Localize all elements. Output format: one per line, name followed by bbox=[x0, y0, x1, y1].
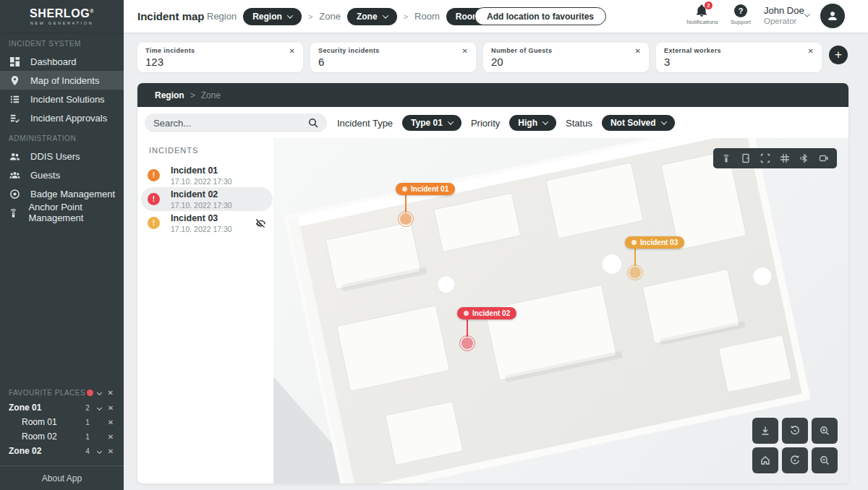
sidebar-item-badge-management[interactable]: Badge Management bbox=[0, 184, 124, 203]
marker-dot bbox=[400, 213, 412, 225]
zoom-in-button[interactable] bbox=[812, 418, 838, 444]
about-app-button[interactable]: About App bbox=[0, 465, 124, 490]
sidebar-item-guests[interactable]: Guests bbox=[0, 166, 124, 184]
selection-frame-tool-icon[interactable] bbox=[760, 153, 770, 163]
incident-type-value: Type 01 bbox=[411, 118, 443, 128]
stat-card-label: Time incidents bbox=[145, 47, 295, 54]
registered-mark: ® bbox=[90, 8, 94, 13]
incident-list-item-03[interactable]: ! Incident 03 17.10. 2022 17:30 bbox=[141, 211, 273, 235]
brand-name: SHERLOG® bbox=[30, 8, 94, 20]
remove-favourite-icon[interactable]: ✕ bbox=[105, 404, 116, 412]
zoom-out-button[interactable] bbox=[812, 447, 838, 473]
antenna-icon bbox=[8, 207, 19, 218]
favourite-place-zone-02[interactable]: Zone 02 4 ✕ bbox=[0, 444, 124, 458]
sidebar-item-label: Incident Approvals bbox=[30, 113, 107, 124]
location-pickers: Region Region > Zone Zone > Room Room bbox=[207, 0, 500, 33]
favourite-place-zone-01[interactable]: Zone 01 2 ✕ bbox=[0, 400, 124, 415]
incident-priority-icon: ! bbox=[148, 193, 160, 205]
chevron-down-icon[interactable] bbox=[93, 450, 105, 453]
list-icon bbox=[8, 94, 21, 105]
chevron-down-icon bbox=[542, 119, 548, 124]
search-input[interactable] bbox=[153, 118, 308, 129]
notifications-button[interactable]: 2 Notifications bbox=[681, 4, 723, 25]
breadcrumb-region[interactable]: Region bbox=[155, 90, 184, 100]
favourite-place-label: Zone 02 bbox=[9, 446, 41, 456]
priority-label: Priority bbox=[471, 118, 500, 129]
camera-tool-icon[interactable] bbox=[819, 153, 829, 163]
remove-favourite-icon[interactable]: ✕ bbox=[105, 447, 116, 455]
sidebar-item-map-of-incidents[interactable]: Map of Incidents bbox=[0, 71, 124, 90]
notifications-label: Notifications bbox=[686, 19, 718, 25]
incident-list-item-01[interactable]: ! Incident 01 17.10. 2022 17:30 bbox=[141, 163, 273, 187]
users-icon bbox=[8, 151, 21, 162]
user-menu-chevron-icon[interactable] bbox=[804, 11, 810, 17]
remove-favourite-icon[interactable]: ✕ bbox=[105, 433, 116, 441]
filters-row: Incident Type Type 01 Priority High Stat… bbox=[337, 113, 675, 132]
search-icon[interactable] bbox=[308, 118, 318, 128]
status-label: Status bbox=[566, 118, 592, 129]
marker-label[interactable]: Incident 02 bbox=[457, 307, 516, 319]
visibility-off-icon[interactable] bbox=[255, 218, 266, 228]
close-icon[interactable]: ✕ bbox=[289, 48, 295, 55]
incident-type-label: Incident Type bbox=[337, 118, 393, 129]
sidebar-item-label: Map of Incidents bbox=[30, 75, 99, 86]
favourite-place-room-01[interactable]: Room 01 1 ✕ bbox=[0, 415, 124, 429]
close-icon[interactable]: ✕ bbox=[635, 48, 641, 55]
zone-select[interactable]: Zone bbox=[347, 8, 397, 25]
incident-time: 17.10. 2022 17:30 bbox=[171, 225, 232, 233]
download-map-button[interactable] bbox=[752, 418, 778, 444]
rotate-right-button[interactable] bbox=[782, 447, 808, 473]
priority-select[interactable]: High bbox=[509, 115, 556, 131]
marker-label[interactable]: Incident 03 bbox=[625, 236, 684, 249]
stat-card-value: 6 bbox=[318, 56, 468, 68]
grid-tool-icon[interactable] bbox=[780, 153, 790, 163]
status-select[interactable]: Not Solved bbox=[602, 115, 675, 131]
marker-dot bbox=[629, 267, 641, 278]
add-card-button[interactable]: + bbox=[829, 46, 848, 64]
incident-list-item-02[interactable]: ! Incident 02 17.10. 2022 17:30 bbox=[141, 187, 273, 211]
checklist-icon bbox=[8, 113, 21, 124]
breadcrumb-zone[interactable]: Zone bbox=[201, 90, 221, 100]
sidebar-item-dashboard[interactable]: Dashboard bbox=[0, 52, 124, 71]
sidebar-item-label: Dashboard bbox=[30, 56, 77, 67]
close-icon[interactable]: ✕ bbox=[462, 48, 468, 55]
app-root: SHERLOG® NEW GENERATION Incident map Reg… bbox=[0, 0, 868, 490]
notifications-badge: 2 bbox=[705, 1, 712, 9]
sidebar-item-anchor-point-management[interactable]: Anchor Point Management bbox=[0, 203, 124, 222]
add-location-to-favourites-button[interactable]: Add location to favourites bbox=[475, 7, 606, 25]
map-canvas[interactable]: Incident 01 Incident 03 Incident 02 bbox=[273, 138, 848, 483]
marker-bullet-icon bbox=[631, 240, 637, 245]
chevron-down-icon bbox=[287, 12, 293, 18]
region-select[interactable]: Region bbox=[243, 8, 302, 25]
stat-card-label: Security incidents bbox=[318, 47, 468, 54]
avatar[interactable] bbox=[820, 4, 845, 28]
favourite-places-header: FAVOURITE PLACES ✕ bbox=[0, 384, 124, 400]
group-icon bbox=[8, 170, 21, 181]
home-view-button[interactable] bbox=[752, 447, 778, 473]
remove-favourite-icon[interactable]: ✕ bbox=[105, 418, 116, 426]
favourites-collapse-chevron-icon[interactable] bbox=[93, 391, 105, 395]
signal-tool-icon[interactable] bbox=[799, 153, 809, 163]
favourites-close-icon[interactable]: ✕ bbox=[105, 389, 116, 397]
rotate-left-button[interactable] bbox=[782, 418, 808, 444]
chevron-down-icon[interactable] bbox=[93, 406, 105, 410]
favourite-places: FAVOURITE PLACES ✕ Zone 01 2 ✕ Room 01 1… bbox=[0, 384, 124, 458]
marker-label[interactable]: Incident 01 bbox=[396, 183, 455, 195]
favourite-place-room-02[interactable]: Room 02 1 ✕ bbox=[0, 429, 124, 444]
stat-card-time-incidents: Time incidents 123 ✕ bbox=[137, 43, 303, 72]
search-bar bbox=[145, 113, 327, 132]
user-menu[interactable]: John Doe Operator bbox=[764, 5, 804, 25]
sidebar-item-ddis-users[interactable]: DDIS Users bbox=[0, 147, 124, 166]
support-label: Support bbox=[731, 19, 751, 25]
sidebar-item-incident-approvals[interactable]: Incident Approvals bbox=[0, 108, 124, 127]
anchor-point-tool-icon[interactable] bbox=[721, 153, 731, 163]
brand-tagline: NEW GENERATION bbox=[30, 21, 94, 25]
map-pin-icon bbox=[8, 75, 21, 86]
incident-priority-icon: ! bbox=[148, 169, 160, 181]
close-icon[interactable]: ✕ bbox=[808, 48, 814, 55]
marker-bullet-icon bbox=[402, 186, 407, 192]
door-tool-icon[interactable] bbox=[741, 153, 751, 163]
sidebar-item-incident-solutions[interactable]: Incident Solutions bbox=[0, 90, 124, 108]
support-button[interactable]: ? Support bbox=[725, 4, 757, 25]
incident-type-select[interactable]: Type 01 bbox=[402, 115, 461, 131]
